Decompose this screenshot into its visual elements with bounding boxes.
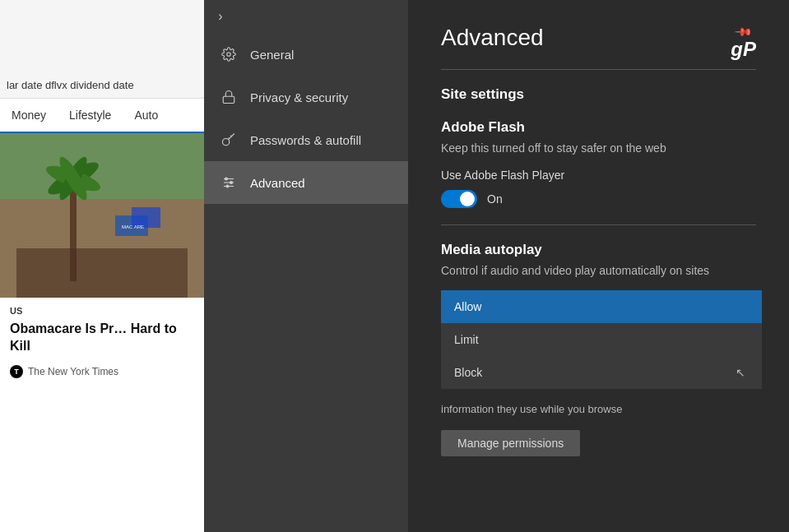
toggle-knob xyxy=(460,192,475,206)
browser-top: lar date dflvx dividend date xyxy=(0,0,204,99)
tab-auto[interactable]: Auto xyxy=(123,99,169,132)
media-autoplay-dropdown[interactable]: Allow Limit Block ↖ xyxy=(441,290,756,389)
media-autoplay-desc: Control if audio and video play automati… xyxy=(441,263,756,280)
tracking-bottom-text: information they use while you browse xyxy=(441,402,756,417)
cursor-icon: ↖ xyxy=(736,366,745,379)
settings-title: Advanced xyxy=(441,25,544,51)
svg-point-18 xyxy=(230,182,233,184)
adobe-flash-heading: Adobe Flash xyxy=(441,119,756,136)
adobe-flash-toggle-label: Use Adobe Flash Player xyxy=(441,169,756,182)
svg-point-11 xyxy=(227,53,231,57)
dropdown-option-allow[interactable]: Allow xyxy=(441,290,762,323)
settings-main: Advanced 📌 gP Site settings Adobe Flash … xyxy=(408,0,789,532)
dropdown-option-block[interactable]: Block ↖ xyxy=(441,356,762,389)
dropdown-option-limit[interactable]: Limit xyxy=(441,323,762,356)
article-content: US Obamacare Is Pr… Hard to Kill T The N… xyxy=(0,298,204,386)
sliders-icon xyxy=(220,174,237,191)
svg-rect-12 xyxy=(223,96,234,103)
sidebar-item-label: Privacy & security xyxy=(250,90,348,104)
adobe-flash-toggle-row: On xyxy=(441,190,756,208)
article-image: MAC ARE xyxy=(0,133,204,298)
svg-point-17 xyxy=(225,178,228,180)
article-title: Obamacare Is Pr… Hard to Kill xyxy=(10,321,194,355)
article-source: T The New York Times xyxy=(10,365,194,378)
browser-content: lar date dflvx dividend date Money Lifes… xyxy=(0,0,204,532)
tab-lifestyle[interactable]: Lifestyle xyxy=(58,99,123,132)
nav-tabs: Money Lifestyle Auto xyxy=(0,99,204,133)
search-text: lar date dflvx dividend date xyxy=(7,79,134,91)
brand-logo: 📌 gP xyxy=(731,25,756,61)
manage-permissions-button[interactable]: Manage permissions xyxy=(441,430,580,456)
sidebar-item-advanced[interactable]: Advanced xyxy=(204,161,408,204)
brand-text: gP xyxy=(731,38,756,61)
svg-point-13 xyxy=(223,139,230,146)
toggle-state-label: On xyxy=(487,192,503,206)
nyt-logo-icon: T xyxy=(10,365,23,378)
settings-sidebar: › General Privacy & security Passwords & xyxy=(204,0,408,532)
svg-text:MAC ARE: MAC ARE xyxy=(122,224,144,229)
sidebar-collapse-button[interactable]: › xyxy=(204,0,237,33)
chevron-right-icon: › xyxy=(218,9,222,24)
sidebar-item-label: Advanced xyxy=(250,176,305,190)
svg-rect-7 xyxy=(16,248,188,298)
divider xyxy=(441,224,756,225)
sidebar-item-general[interactable]: General xyxy=(204,33,408,76)
settings-header: Advanced 📌 gP xyxy=(441,25,756,70)
gear-icon xyxy=(220,46,237,62)
svg-point-19 xyxy=(226,185,229,187)
sidebar-item-label: Passwords & autofill xyxy=(250,133,361,147)
sidebar-item-label: General xyxy=(250,48,294,62)
lock-icon xyxy=(220,89,237,105)
article-tag: US xyxy=(10,306,194,316)
tab-money[interactable]: Money xyxy=(0,99,58,132)
site-settings-heading: Site settings xyxy=(441,86,756,103)
adobe-flash-desc: Keep this turned off to stay safer on th… xyxy=(441,141,756,157)
sidebar-item-privacy[interactable]: Privacy & security xyxy=(204,76,408,118)
key-icon xyxy=(220,132,237,148)
adobe-flash-toggle[interactable] xyxy=(441,190,477,208)
sidebar-item-passwords[interactable]: Passwords & autofill xyxy=(204,118,408,161)
media-autoplay-heading: Media autoplay xyxy=(441,242,756,258)
